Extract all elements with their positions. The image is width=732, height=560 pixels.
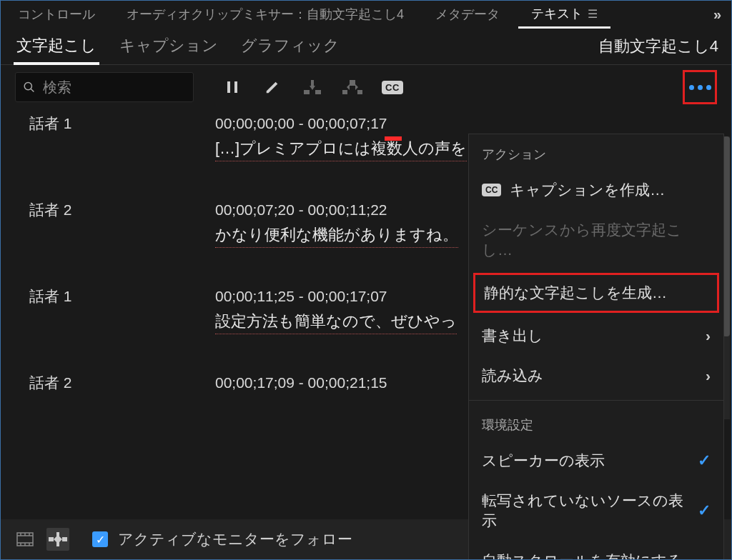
tool-icons: CC bbox=[222, 77, 402, 97]
segment-timecode: 00;00;11;25 - 00;00;17;07 bbox=[215, 288, 387, 305]
more-options-button[interactable] bbox=[683, 70, 717, 104]
panel-menu-icon[interactable]: ☰ bbox=[588, 8, 598, 20]
tab-text-label: テキスト bbox=[531, 6, 583, 21]
svg-rect-24 bbox=[56, 532, 59, 546]
sync-view-icon[interactable] bbox=[46, 528, 69, 551]
menu-show-speakers[interactable]: スピーカーの表示 ✓ bbox=[469, 441, 723, 481]
sequence-name: 自動文字起こし4 bbox=[598, 36, 718, 57]
tab-control[interactable]: コントロール bbox=[5, 1, 108, 27]
pause-icon[interactable] bbox=[222, 77, 242, 97]
more-options-menu: アクション CC キャプションを作成… シーケンスから再度文字起こし… 静的な文… bbox=[468, 134, 724, 560]
segment-timecode: 00;00;00;00 - 00;00;07;17 bbox=[215, 115, 387, 132]
menu-create-captions[interactable]: CC キャプションを作成… bbox=[469, 170, 723, 210]
svg-rect-3 bbox=[234, 81, 237, 93]
svg-rect-9 bbox=[357, 90, 362, 94]
overflow-chevrons-icon[interactable]: » bbox=[713, 6, 727, 23]
segment-timecode: 00;00;07;20 - 00;00;11;22 bbox=[215, 201, 387, 219]
svg-rect-22 bbox=[49, 537, 54, 541]
segment-text[interactable]: 設定方法も簡単なので、ぜひやっ bbox=[215, 311, 457, 334]
filmstrip-icon[interactable] bbox=[14, 528, 36, 551]
menu-item-label: 自動スクロールを有効にする bbox=[482, 551, 683, 560]
panel-tabs: コントロール オーディオクリップミキサー：自動文字起こし4 メタデータ テキスト… bbox=[1, 1, 731, 28]
tab-text[interactable]: テキスト ☰ bbox=[518, 1, 610, 29]
sub-tabs: 文字起こし キャプション グラフィック bbox=[14, 28, 342, 65]
segment-speaker: 話者 1 bbox=[29, 114, 215, 134]
svg-rect-5 bbox=[315, 90, 321, 94]
menu-section-actions: アクション bbox=[469, 134, 723, 170]
edit-pencil-icon[interactable] bbox=[262, 77, 282, 97]
segment-text[interactable]: かなり便利な機能がありますね。 bbox=[215, 224, 458, 248]
segment-speaker: 話者 1 bbox=[29, 286, 215, 306]
svg-rect-4 bbox=[304, 90, 310, 94]
sub-tabs-row: 文字起こし キャプション グラフィック 自動文字起こし4 bbox=[1, 28, 731, 65]
segment-speaker: 話者 2 bbox=[29, 373, 215, 393]
chevron-right-icon: › bbox=[706, 327, 711, 344]
menu-item-label: 書き出し bbox=[482, 326, 543, 346]
svg-marker-12 bbox=[355, 84, 358, 90]
menu-item-label: 静的な文字起こしを生成… bbox=[484, 283, 667, 303]
menu-show-untranscribed[interactable]: 転写されていないソースの表示 ✓ bbox=[469, 481, 723, 541]
search-icon bbox=[23, 80, 36, 94]
menu-generate-static[interactable]: 静的な文字起こしを生成… bbox=[473, 273, 719, 313]
toolbar: CC bbox=[1, 65, 731, 109]
cc-icon: CC bbox=[482, 184, 501, 196]
svg-marker-25 bbox=[54, 536, 56, 542]
ellipsis-icon bbox=[689, 85, 711, 90]
menu-export[interactable]: 書き出し › bbox=[469, 316, 723, 356]
menu-item-label: 読み込み bbox=[482, 366, 543, 386]
svg-rect-8 bbox=[342, 90, 347, 94]
split-icon[interactable] bbox=[342, 77, 362, 97]
menu-item-label: 転写されていないソースの表示 bbox=[482, 491, 689, 531]
check-icon: ✓ bbox=[698, 501, 711, 520]
menu-section-prefs: 環境設定 bbox=[469, 405, 723, 441]
search-input[interactable] bbox=[43, 79, 186, 96]
menu-item-label: シーケンスから再度文字起こし… bbox=[482, 220, 711, 260]
svg-rect-2 bbox=[227, 81, 230, 93]
segment-timecode: 00;00;17;09 - 00;00;21;15 bbox=[215, 374, 387, 391]
svg-point-0 bbox=[24, 82, 31, 89]
cc-icon[interactable]: CC bbox=[382, 77, 402, 97]
segment-speaker: 話者 2 bbox=[29, 200, 215, 220]
check-icon: ✓ bbox=[698, 451, 711, 470]
subtab-transcript[interactable]: 文字起こし bbox=[14, 28, 99, 65]
subtab-graphics[interactable]: グラフィック bbox=[238, 28, 342, 65]
svg-line-1 bbox=[31, 89, 34, 91]
menu-item-label: キャプションを作成… bbox=[510, 180, 665, 200]
chevron-right-icon: › bbox=[706, 367, 711, 384]
menu-separator bbox=[469, 400, 723, 401]
svg-marker-26 bbox=[59, 536, 62, 542]
subtab-captions[interactable]: キャプション bbox=[117, 28, 221, 65]
follow-monitor-checkbox[interactable]: ✓ bbox=[92, 531, 108, 547]
segment-text[interactable]: […]プレミアプロには複数人の声を bbox=[215, 138, 467, 161]
svg-marker-7 bbox=[310, 86, 315, 90]
playhead-marker bbox=[385, 136, 402, 141]
menu-retranscribe: シーケンスから再度文字起こし… bbox=[469, 210, 723, 270]
svg-rect-23 bbox=[62, 537, 67, 541]
search-box[interactable] bbox=[15, 72, 194, 102]
merge-up-icon[interactable] bbox=[302, 77, 322, 97]
menu-import[interactable]: 読み込み › bbox=[469, 356, 723, 396]
menu-item-label: スピーカーの表示 bbox=[482, 451, 605, 471]
tab-metadata[interactable]: メタデータ bbox=[422, 1, 513, 27]
follow-monitor-label: アクティブなモニターをフォロー bbox=[118, 529, 352, 549]
menu-autoscroll[interactable]: 自動スクロールを有効にする bbox=[469, 541, 723, 560]
svg-marker-11 bbox=[347, 84, 350, 90]
svg-rect-10 bbox=[350, 80, 355, 86]
tab-audio-mixer[interactable]: オーディオクリップミキサー：自動文字起こし4 bbox=[114, 1, 417, 27]
